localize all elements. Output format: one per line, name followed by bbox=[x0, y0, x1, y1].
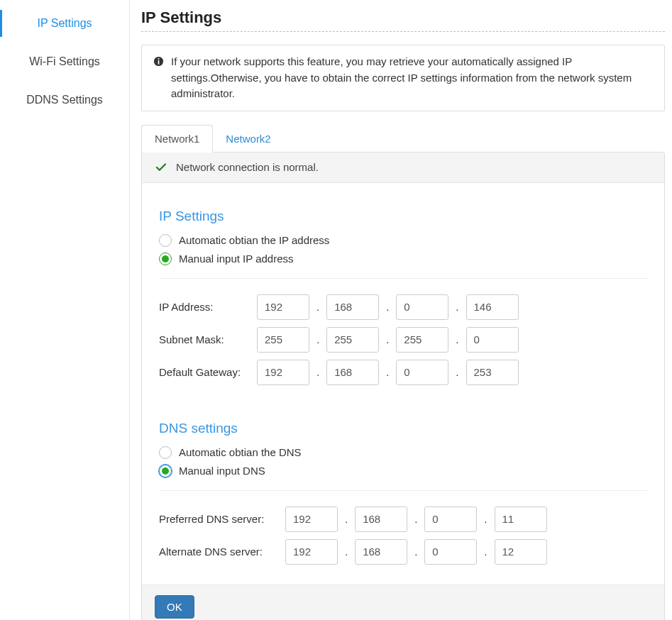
info-icon bbox=[153, 55, 164, 102]
radio-label: Manual input DNS bbox=[179, 465, 265, 477]
gateway-octet-1[interactable] bbox=[257, 360, 309, 385]
ok-button[interactable]: OK bbox=[155, 595, 194, 619]
row-ip-address: IP Address: . . . bbox=[159, 294, 647, 320]
pref-dns-octet-4[interactable] bbox=[495, 506, 547, 532]
gateway-octet-2[interactable] bbox=[326, 360, 379, 385]
gateway-octet-4[interactable] bbox=[466, 360, 519, 385]
alt-dns-octet-4[interactable] bbox=[495, 539, 547, 565]
check-icon bbox=[155, 161, 167, 174]
ip-octet-1[interactable] bbox=[257, 294, 309, 320]
ip-address-label: IP Address: bbox=[159, 301, 251, 313]
sidebar-item-ip-settings[interactable]: IP Settings bbox=[0, 4, 129, 43]
title-divider bbox=[141, 31, 665, 32]
tab-network1[interactable]: Network1 bbox=[141, 125, 213, 153]
alt-dns-octet-1[interactable] bbox=[285, 539, 338, 565]
pref-dns-octet-3[interactable] bbox=[424, 506, 477, 532]
sidebar: IP Settings Wi-Fi Settings DDNS Settings bbox=[0, 0, 130, 620]
radio-label: Automatic obtian the IP address bbox=[179, 234, 329, 246]
info-text: If your network supports this feature, y… bbox=[171, 54, 653, 102]
panel-footer: OK bbox=[142, 585, 664, 621]
tab-network2[interactable]: Network2 bbox=[213, 126, 283, 152]
radio-icon bbox=[159, 234, 172, 247]
dns-section-title: DNS settings bbox=[159, 421, 647, 436]
radio-icon bbox=[159, 253, 172, 265]
sidebar-item-ddns-settings[interactable]: DDNS Settings bbox=[0, 81, 129, 119]
preferred-dns-label: Preferred DNS server: bbox=[159, 513, 280, 525]
mask-octet-1[interactable] bbox=[257, 327, 309, 353]
row-preferred-dns: Preferred DNS server: . . . bbox=[159, 506, 647, 532]
svg-rect-1 bbox=[158, 60, 160, 65]
row-alternate-dns: Alternate DNS server: . . . bbox=[159, 539, 647, 565]
pref-dns-octet-1[interactable] bbox=[285, 506, 338, 532]
alt-dns-octet-3[interactable] bbox=[424, 539, 477, 565]
ip-octet-4[interactable] bbox=[466, 294, 519, 320]
radio-icon bbox=[159, 465, 172, 477]
section-divider bbox=[159, 278, 647, 279]
alt-dns-octet-2[interactable] bbox=[355, 539, 407, 565]
alternate-dns-label: Alternate DNS server: bbox=[159, 546, 280, 558]
ip-section-title: IP Settings bbox=[159, 209, 647, 224]
radio-ip-auto[interactable]: Automatic obtian the IP address bbox=[159, 234, 647, 247]
row-default-gateway: Default Gateway: . . . bbox=[159, 360, 647, 385]
radio-label: Manual input IP address bbox=[179, 253, 294, 265]
main-content: IP Settings If your network supports thi… bbox=[130, 0, 672, 620]
network-panel: Network connection is normal. IP Setting… bbox=[141, 152, 665, 621]
radio-ip-manual[interactable]: Manual input IP address bbox=[159, 253, 647, 265]
radio-label: Automatic obtian the DNS bbox=[179, 446, 302, 458]
section-divider bbox=[159, 490, 647, 491]
row-subnet-mask: Subnet Mask: . . . bbox=[159, 327, 647, 353]
gateway-label: Default Gateway: bbox=[159, 366, 251, 378]
info-banner: If your network supports this feature, y… bbox=[141, 45, 665, 111]
radio-icon bbox=[159, 446, 172, 459]
page-title: IP Settings bbox=[141, 9, 665, 27]
radio-dns-manual[interactable]: Manual input DNS bbox=[159, 465, 647, 477]
subnet-mask-label: Subnet Mask: bbox=[159, 333, 251, 345]
ip-octet-3[interactable] bbox=[396, 294, 448, 320]
mask-octet-3[interactable] bbox=[396, 327, 448, 353]
mask-octet-4[interactable] bbox=[466, 327, 519, 353]
tabs: Network1 Network2 bbox=[141, 124, 665, 152]
status-text: Network connection is normal. bbox=[176, 161, 319, 173]
pref-dns-octet-2[interactable] bbox=[355, 506, 407, 532]
gateway-octet-3[interactable] bbox=[396, 360, 448, 385]
ip-octet-2[interactable] bbox=[326, 294, 379, 320]
radio-dns-auto[interactable]: Automatic obtian the DNS bbox=[159, 446, 647, 459]
sidebar-item-wifi-settings[interactable]: Wi-Fi Settings bbox=[0, 43, 129, 81]
status-bar: Network connection is normal. bbox=[142, 153, 664, 183]
svg-point-2 bbox=[158, 58, 159, 60]
mask-octet-2[interactable] bbox=[326, 327, 379, 353]
